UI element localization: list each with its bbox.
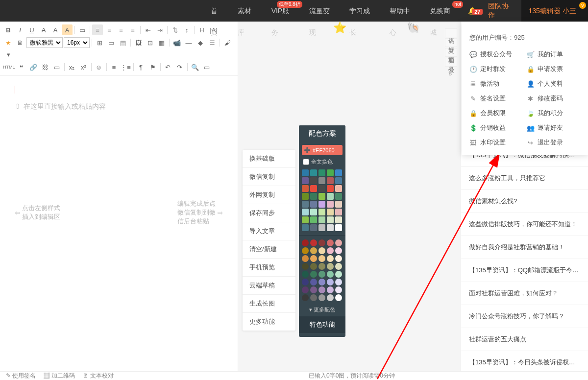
- preview-btn[interactable]: ▭: [201, 62, 212, 72]
- side-action-btn[interactable]: 更多功能: [243, 313, 295, 331]
- color-swatch[interactable]: [335, 279, 342, 285]
- redo-btn[interactable]: ↷: [174, 62, 185, 72]
- color-swatch[interactable]: [335, 169, 342, 176]
- side-action-btn[interactable]: 保存同步: [243, 204, 295, 222]
- html-btn[interactable]: HTML: [3, 62, 15, 72]
- news-item[interactable]: 冷门公众号涨粉技巧，你了解吗？: [461, 305, 588, 328]
- color-swatch[interactable]: [327, 279, 334, 285]
- font-family-select[interactable]: 微软雅黑: [26, 37, 63, 48]
- color-swatch[interactable]: [318, 201, 325, 208]
- color-swatch[interactable]: [302, 209, 309, 215]
- color-swatch[interactable]: [335, 294, 342, 301]
- color-swatch[interactable]: [327, 286, 334, 293]
- underline-btn[interactable]: U: [26, 24, 37, 35]
- bg-color-btn[interactable]: A: [62, 24, 73, 35]
- color-swatch[interactable]: [302, 169, 309, 176]
- color-swatch[interactable]: [302, 185, 309, 192]
- color-swatch[interactable]: [310, 279, 317, 285]
- color-swatch[interactable]: [327, 216, 334, 223]
- color-swatch[interactable]: [302, 193, 309, 200]
- color-swatch[interactable]: [335, 271, 342, 278]
- color-swatch[interactable]: [318, 255, 325, 262]
- user-menu-item[interactable]: ↪退出登录: [527, 138, 580, 147]
- expand-icon[interactable]: »: [445, 68, 456, 80]
- color-swatch[interactable]: [302, 239, 309, 246]
- color-swatch[interactable]: [335, 286, 342, 293]
- nav-team[interactable]: 团队协作: [481, 2, 521, 20]
- color-swatch[interactable]: [302, 263, 309, 270]
- color-swatch[interactable]: [318, 247, 325, 254]
- color-swatch[interactable]: [335, 216, 342, 223]
- vertical-tab[interactable]: 公众号: [445, 58, 457, 67]
- color-swatch[interactable]: [335, 247, 342, 254]
- spacing-btn[interactable]: ↕: [181, 24, 192, 35]
- vertical-tab[interactable]: 好文: [445, 38, 457, 47]
- special-features[interactable]: 特色功能: [299, 316, 345, 333]
- check-btn[interactable]: 🗎 文本校对: [83, 372, 114, 380]
- editor-content[interactable]: ⇧在这里直接输入或粘贴内容 ⇦ 点击左侧样式插入到编辑区 编辑完成后点微信复制到…: [0, 76, 238, 371]
- nav-traffic[interactable]: 流量变现: [302, 0, 343, 22]
- color-swatch[interactable]: [310, 224, 317, 231]
- gallery-btn[interactable]: ▦: [156, 37, 167, 48]
- brush-btn[interactable]: 🖌: [222, 37, 233, 48]
- fulltext-checkbox[interactable]: 全文换色: [303, 158, 342, 166]
- user-menu-item[interactable]: 🏛微活动: [469, 79, 523, 88]
- color-swatch[interactable]: [310, 177, 317, 184]
- color-swatch[interactable]: [318, 286, 325, 293]
- current-color[interactable]: ➕ #EF7060: [302, 145, 343, 155]
- user-menu-item[interactable]: 💬授权公众号: [469, 50, 523, 59]
- color-swatch[interactable]: [335, 185, 342, 192]
- sub-btn[interactable]: x₂: [67, 62, 77, 72]
- color-swatch[interactable]: [310, 239, 317, 246]
- user-menu-item[interactable]: 🕐定时群发: [469, 65, 523, 73]
- news-item[interactable]: 微信素材怎么找?: [461, 190, 588, 213]
- color-swatch[interactable]: [335, 201, 342, 208]
- align-left-btn[interactable]: ≡: [92, 24, 103, 35]
- color-swatch[interactable]: [310, 263, 317, 270]
- color-swatch[interactable]: [327, 201, 334, 208]
- color-swatch[interactable]: [327, 239, 334, 246]
- star-btn[interactable]: ★: [3, 37, 14, 48]
- color-swatch[interactable]: [302, 271, 309, 278]
- color-swatch[interactable]: [327, 169, 334, 176]
- strike-btn[interactable]: A: [38, 24, 49, 35]
- news-item[interactable]: 面对社群运营困难，如何应对？: [461, 282, 588, 305]
- user-menu-trigger[interactable]: 135编辑器 小三儿V: [521, 0, 588, 22]
- color-swatch[interactable]: [302, 216, 309, 223]
- more-colors[interactable]: ▾ 更多配色: [299, 303, 345, 316]
- nav-learn[interactable]: 学习成长: [343, 0, 383, 22]
- color-swatch[interactable]: [310, 294, 317, 301]
- color-swatch[interactable]: [318, 279, 325, 285]
- code-btn[interactable]: ▭: [51, 62, 62, 72]
- color-swatch[interactable]: [327, 209, 334, 215]
- user-menu-item[interactable]: ✎签名设置: [469, 94, 523, 103]
- image-btn[interactable]: 🖼: [133, 37, 144, 48]
- side-action-btn[interactable]: 微信复制: [243, 168, 295, 186]
- color-swatch[interactable]: [327, 185, 334, 192]
- color-swatch[interactable]: [302, 201, 309, 208]
- color-swatch[interactable]: [310, 286, 317, 293]
- video-btn[interactable]: 📹: [172, 37, 182, 48]
- color-swatch[interactable]: [310, 216, 317, 223]
- color-swatch[interactable]: [335, 193, 342, 200]
- color-swatch[interactable]: [318, 169, 325, 176]
- color-swatch[interactable]: [335, 255, 342, 262]
- align-center-btn[interactable]: ≡: [104, 24, 115, 35]
- bold-btn[interactable]: B: [3, 24, 14, 35]
- user-menu-item[interactable]: 🖼水印设置: [469, 138, 523, 147]
- user-menu-item[interactable]: 💲分销收益: [469, 123, 523, 132]
- table-btn[interactable]: ⊞: [94, 37, 105, 48]
- color-swatch[interactable]: [318, 216, 325, 223]
- dropdown-icon[interactable]: ▾: [3, 49, 14, 60]
- ol-btn[interactable]: ≡: [109, 62, 120, 72]
- quote-btn[interactable]: ❝: [16, 62, 27, 72]
- font-size-select[interactable]: 16px: [64, 37, 90, 48]
- user-menu-item[interactable]: 🔒申请发票: [527, 65, 580, 73]
- qr-btn[interactable]: ▦ 加二维码: [44, 372, 74, 380]
- color-swatch[interactable]: [327, 263, 334, 270]
- line-height-btn[interactable]: ⇅: [170, 24, 180, 35]
- nav-materials[interactable]: 素材库: [231, 0, 265, 22]
- news-item[interactable]: 【135早资讯】：今日头条被诉侵权，…: [461, 351, 588, 371]
- news-item[interactable]: 这么多涨粉工具，只推荐它: [461, 167, 588, 190]
- color-swatch[interactable]: [335, 177, 342, 184]
